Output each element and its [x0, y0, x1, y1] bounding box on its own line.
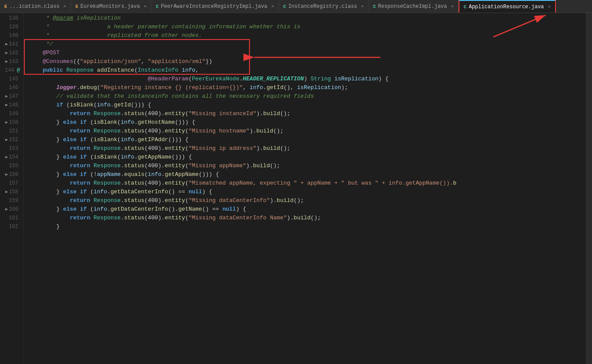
tab-label-3: PeerAwareInstanceRegistryImpl.java — [161, 3, 267, 10]
code-line-155: return Response.status(400).entity("Miss… — [24, 162, 586, 170]
tab-close-2[interactable]: × — [144, 4, 147, 9]
code-content[interactable]: * @param isReplication * a header parame… — [24, 13, 586, 364]
code-line-161: return Response.status(400).entity("Miss… — [24, 214, 586, 222]
gutter-row-147: ⊳ 147 — [0, 92, 20, 101]
tab-response-cache[interactable]: C ResponseCacheImpl.java × — [369, 0, 459, 13]
code-line-138: * @param isReplication — [24, 14, 586, 23]
gutter-row-142: ⊳ 142 — [0, 49, 20, 57]
code-140-content: * replicated from other nodes. — [29, 31, 202, 40]
tab-icon-3: C — [156, 4, 159, 9]
code-line-149: return Response.status(400).entity("Miss… — [24, 109, 586, 118]
tab-label-1: ...ication.class — [10, 3, 60, 10]
tab-instance-registry[interactable]: C InstanceRegistry.class × — [279, 0, 369, 13]
code-area: 138 139 140 ⊳ 141 ⊳ 142 ⊳ 143 — [0, 13, 592, 364]
gutter-row-151: 151 — [0, 127, 20, 136]
code-line-151: return Response.status(400).entity("Miss… — [24, 127, 586, 136]
code-143-content: @Consumes({"application/json", "applicat… — [29, 57, 212, 66]
code-line-158: } else if (info.getDataCenterInfo() == n… — [24, 188, 586, 196]
tab-ication-class[interactable]: E ...ication.class × — [0, 0, 71, 13]
line-num-158: 158 — [8, 189, 18, 195]
code-line-145: @HeaderParam(PeerEurekaNode.HEADER_REPLI… — [24, 75, 586, 83]
code-150-content: } else if (isBlank(info.getHostName())) … — [29, 118, 195, 127]
tab-application-resource[interactable]: C ApplicationResource.java × — [459, 0, 556, 13]
line-num-149: 149 — [8, 111, 18, 117]
code-157-content: return Response.status(400).entity("Mism… — [29, 179, 456, 188]
line-num-154: 154 — [8, 154, 18, 160]
code-line-153: return Response.status(400).entity("Miss… — [24, 144, 586, 153]
code-153-content: return Response.status(400).entity("Miss… — [29, 144, 290, 153]
at-symbol-144: @ — [17, 67, 20, 73]
code-154-content: } else if (isBlank(info.getAppName())) { — [29, 153, 192, 162]
code-147-content: // validate that the instanceinfo contai… — [29, 92, 314, 101]
gutter-row-154: ⊳ 154 — [0, 153, 20, 162]
code-146-content: logger.debug("Registering instance {} (r… — [29, 83, 348, 92]
gutter-row-156: ⊳ 156 — [0, 170, 20, 179]
code-161-content: return Response.status(400).entity("Miss… — [29, 214, 321, 222]
code-line-152: } else if (isBlank(info.getIPAddr())) { — [24, 136, 586, 144]
line-num-155: 155 — [8, 163, 18, 169]
tab-eureka-monitors[interactable]: E EurekaMonitors.java × — [71, 0, 151, 13]
gutter-row-141: ⊳ 141 — [0, 40, 20, 49]
code-138-content: * @param isReplication — [29, 14, 121, 23]
scrollbar-gutter — [586, 13, 592, 364]
gutter-row-152: ⊳ 152 — [0, 136, 20, 144]
tab-icon-2: E — [75, 4, 78, 9]
code-line-162: } — [24, 222, 586, 231]
tab-close-1[interactable]: × — [63, 4, 67, 9]
tab-icon-4: C — [283, 4, 286, 9]
gutter-row-143: ⊳ 143 — [0, 57, 20, 66]
code-line-142: @POST — [24, 49, 586, 57]
code-159-content: return Response.status(400).entity("Miss… — [29, 196, 304, 205]
line-num-161: 161 — [8, 215, 18, 221]
code-158-content: } else if (info.getDataCenterInfo() == n… — [29, 188, 212, 196]
code-line-140: * replicated from other nodes. — [24, 31, 586, 40]
tab-label-2: EurekaMonitors.java — [80, 3, 140, 10]
gutter-row-138: 138 — [0, 14, 20, 23]
gutter-row-150: ⊳ 150 — [0, 118, 20, 127]
code-line-146: logger.debug("Registering instance {} (r… — [24, 83, 586, 92]
code-142-content: @POST — [29, 49, 60, 57]
code-162-content: } — [29, 222, 60, 231]
tab-close-4[interactable]: × — [361, 4, 364, 9]
code-line-157: return Response.status(400).entity("Mism… — [24, 179, 586, 188]
line-num-141: 141 — [8, 41, 18, 47]
gutter-row-158: ⊳ 158 — [0, 188, 20, 196]
tab-close-3[interactable]: × — [271, 4, 274, 9]
tab-label-5: ResponseCacheImpl.java — [378, 3, 447, 10]
editor-container: E ...ication.class × E EurekaMonitors.ja… — [0, 0, 592, 364]
line-num-153: 153 — [8, 146, 18, 152]
tab-peer-aware[interactable]: C PeerAwareInstanceRegistryImpl.java × — [151, 0, 279, 13]
tab-close-6[interactable]: × — [548, 4, 551, 10]
line-number-gutter: 138 139 140 ⊳ 141 ⊳ 142 ⊳ 143 — [0, 13, 24, 364]
line-num-145: 145 — [8, 76, 18, 82]
gutter-row-139: 139 — [0, 23, 20, 31]
line-num-139: 139 — [8, 24, 18, 30]
gutter-row-140: 140 — [0, 31, 20, 40]
line-num-151: 151 — [8, 128, 18, 134]
code-144-content: public Response addInstance(InstanceInfo… — [29, 66, 199, 75]
code-145-content: @HeaderParam(PeerEurekaNode.HEADER_REPLI… — [29, 75, 389, 83]
line-num-146: 146 — [8, 85, 18, 91]
code-line-139: * a header parameter containing informat… — [24, 23, 586, 31]
line-num-162: 162 — [8, 224, 18, 230]
gutter-row-161: 161 — [0, 214, 20, 222]
tab-icon-5: C — [373, 4, 376, 9]
tab-close-5[interactable]: × — [451, 4, 454, 9]
code-148-content: if (isBlank(info.getId())) { — [29, 101, 151, 109]
gutter-row-146: 146 — [0, 83, 20, 92]
code-151-content: return Response.status(400).entity("Miss… — [29, 127, 283, 136]
tab-icon-6: C — [464, 4, 467, 10]
line-num-138: 138 — [8, 15, 18, 21]
gutter-row-145: 145 — [0, 75, 20, 83]
gutter-row-149: 149 — [0, 109, 20, 118]
line-num-157: 157 — [8, 180, 18, 186]
code-line-141: */ — [24, 40, 586, 49]
tab-label-4: InstanceRegistry.class — [288, 3, 357, 10]
gutter-row-159: 159 — [0, 196, 20, 205]
code-line-160: } else if (info.getDataCenterInfo().getN… — [24, 205, 586, 214]
line-num-150: 150 — [8, 119, 18, 126]
line-num-140: 140 — [8, 33, 18, 39]
line-num-147: 147 — [8, 93, 18, 99]
code-141-content: */ — [29, 40, 53, 49]
gutter-row-155: 155 — [0, 162, 20, 170]
